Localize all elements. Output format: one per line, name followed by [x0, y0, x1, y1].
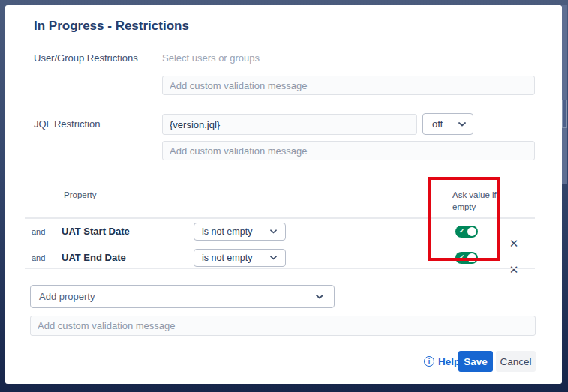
restrictions-dialog: In Progress - Restrictions User/Group Re…	[5, 5, 562, 384]
ask-value-toggle[interactable]: ✓	[455, 226, 478, 238]
add-property-placeholder: Add property	[39, 291, 95, 302]
user-group-validation-message-input[interactable]	[162, 76, 535, 95]
cancel-button[interactable]: Cancel	[496, 351, 536, 372]
page-scrollbar-thumb[interactable]	[562, 100, 567, 128]
chevron-down-icon	[458, 122, 466, 127]
property-row-uat-start-date: and UAT Start Date is not empty ✓ ✕	[5, 222, 562, 241]
chevron-down-icon	[270, 256, 277, 260]
condition-value: is not empty	[202, 226, 252, 237]
ask-value-column-header: Ask value if empty	[452, 189, 497, 213]
toggle-knob	[467, 227, 476, 236]
toggle-knob	[467, 253, 476, 262]
jql-mode-value: off	[432, 118, 443, 130]
user-group-select[interactable]: Select users or groups	[162, 52, 260, 64]
conjunction-label: and	[32, 248, 45, 268]
property-row-uat-end-date: and UAT End Date is not empty ✓ ✕	[5, 248, 562, 268]
remove-row-button[interactable]: ✕	[506, 260, 521, 280]
user-group-restrictions-label: User/Group Restrictions	[34, 52, 138, 64]
ask-value-toggle[interactable]: ✓	[455, 252, 478, 264]
jql-restriction-label: JQL Restriction	[34, 118, 100, 130]
condition-select[interactable]: is not empty	[194, 223, 286, 241]
property-name: UAT Start Date	[62, 222, 130, 241]
page-scrollbar-track	[562, 5, 567, 184]
conjunction-label: and	[32, 222, 45, 241]
help-label: Help	[438, 356, 460, 367]
check-icon: ✓	[459, 253, 465, 261]
condition-value: is not empty	[202, 253, 252, 263]
ask-value-header-line2: empty	[452, 201, 497, 213]
table-divider-top	[25, 217, 535, 219]
property-name: UAT End Date	[62, 248, 126, 268]
bottom-validation-message-input[interactable]	[30, 316, 536, 336]
ask-value-header-line1: Ask value if	[452, 189, 497, 201]
dialog-title: In Progress - Restrictions	[34, 19, 189, 34]
info-icon: i	[424, 356, 434, 367]
jql-validation-message-input[interactable]	[162, 141, 535, 160]
jql-input[interactable]	[162, 114, 417, 135]
save-button[interactable]: Save	[458, 351, 493, 372]
help-link[interactable]: i Help	[424, 351, 460, 372]
chevron-down-icon	[270, 229, 277, 234]
property-column-header: Property	[64, 190, 96, 199]
chevron-down-icon	[316, 295, 323, 299]
check-icon: ✓	[459, 227, 465, 235]
jql-mode-select[interactable]: off	[422, 113, 473, 135]
add-property-select[interactable]: Add property	[30, 285, 335, 308]
table-divider-bottom	[25, 268, 535, 269]
condition-select[interactable]: is not empty	[194, 249, 286, 267]
